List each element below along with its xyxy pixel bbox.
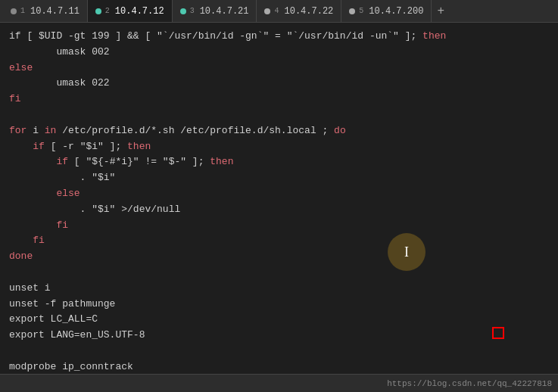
tab-2[interactable]: 2 10.4.7.12 <box>88 0 173 22</box>
tab-5[interactable]: 5 10.4.7.200 <box>341 0 432 22</box>
tab-bar: 1 10.4.7.11 2 10.4.7.12 3 10.4.7.21 4 10… <box>0 0 558 23</box>
tab-2-label: 10.4.7.12 <box>115 6 164 17</box>
add-tab-button[interactable]: + <box>432 2 450 20</box>
tab-4[interactable]: 4 10.4.7.22 <box>257 0 341 22</box>
code-line-10: . "$i" <box>9 170 549 186</box>
tab-1-num: 1 <box>20 7 25 15</box>
code-line-22: modprobe ip_conntrack <box>9 359 549 374</box>
code-line-15: done <box>9 249 549 265</box>
tab-1-label: 10.4.7.11 <box>30 6 79 17</box>
code-line-16 <box>9 265 549 281</box>
code-line-20: export LANG=en_US.UTF-8 <box>9 328 549 344</box>
tab-4-dot <box>264 8 270 14</box>
code-line-19: export LC_ALL=C <box>9 312 549 328</box>
tab-2-num: 2 <box>105 7 110 15</box>
code-line-18: unset -f pathmunge <box>9 297 549 313</box>
tab-4-num: 4 <box>274 7 279 15</box>
tab-4-label: 10.4.7.22 <box>285 6 334 17</box>
tab-5-label: 10.4.7.200 <box>369 6 423 17</box>
code-line-14: fi <box>9 233 549 249</box>
code-line-2: umask 002 <box>9 45 549 61</box>
tab-5-num: 5 <box>359 7 363 15</box>
code-line-17: unset i <box>9 281 549 297</box>
code-line-9: if [ "${-#*i}" != "$-" ]; then <box>9 154 549 170</box>
code-line-5: fi <box>9 92 549 107</box>
tab-5-dot <box>349 8 355 14</box>
code-line-3: else <box>9 61 549 76</box>
code-line-13: fi <box>9 218 549 234</box>
tab-2-dot <box>95 8 101 14</box>
code-line-21 <box>9 344 549 359</box>
status-url: https://blog.csdn.net/qq_42227818 <box>387 379 552 388</box>
code-line-12: . "$i" >/dev/null <box>9 202 549 218</box>
code-line-4: umask 022 <box>9 76 549 92</box>
tab-3-num: 3 <box>190 7 195 15</box>
status-bar: https://blog.csdn.net/qq_42227818 <box>0 374 558 392</box>
tab-1[interactable]: 1 10.4.7.11 <box>3 0 88 22</box>
tab-1-dot <box>11 8 17 14</box>
tab-3-dot <box>180 8 186 14</box>
code-area: if [ $UID -gt 199 ] && [ "`/usr/bin/id -… <box>0 23 558 374</box>
code-line-6 <box>9 107 549 123</box>
tab-3-label: 10.4.7.21 <box>200 6 249 17</box>
code-line-7: for i in /etc/profile.d/*.sh /etc/profil… <box>9 123 549 139</box>
code-line-8: if [ -r "$i" ]; then <box>9 139 549 155</box>
tab-3[interactable]: 3 10.4.7.21 <box>173 0 257 22</box>
code-line-11: else <box>9 186 549 202</box>
code-line-1: if [ $UID -gt 199 ] && [ "`/usr/bin/id -… <box>9 29 549 45</box>
